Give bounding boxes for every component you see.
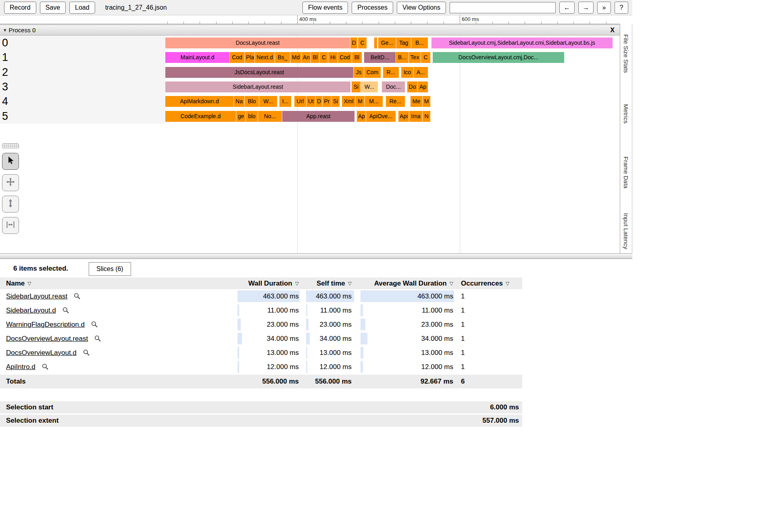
save-button[interactable]: Save [40, 2, 66, 14]
column-header-average-wall-duration[interactable]: Average Wall Duration▽ [355, 277, 455, 289]
timeline-slice[interactable]: Ima [409, 111, 423, 122]
timeline-slice[interactable]: DocsLayout.reast [165, 38, 350, 48]
timeline-slice[interactable]: C [358, 38, 367, 48]
timeline-slice[interactable]: Ut [306, 96, 316, 107]
timeline-slice[interactable]: C [320, 52, 328, 63]
timeline-slice[interactable]: Tag [396, 38, 411, 48]
timeline-slice[interactable]: Bs_ [275, 52, 290, 63]
vertical-zoom-tool-button[interactable] [2, 196, 19, 213]
slice-name-link[interactable]: ApiIntro.d [6, 363, 35, 371]
magnifier-icon[interactable] [94, 335, 101, 342]
timeline-slice[interactable]: blo [246, 111, 258, 122]
timeline-slice[interactable]: W... [259, 96, 277, 107]
timeline-slice[interactable]: Me [411, 96, 423, 107]
timeline-slice[interactable]: MainLayout.d [165, 52, 230, 63]
view-options-button[interactable]: View Options [397, 2, 446, 14]
record-button[interactable]: Record [4, 2, 36, 14]
selection-tool-button[interactable] [2, 153, 19, 170]
timeline-slice[interactable]: C [421, 52, 431, 63]
timeline-slice[interactable]: ge [236, 111, 246, 122]
timeline-slice[interactable]: B... [396, 52, 409, 63]
timeline-slice[interactable]: Xml [342, 96, 356, 107]
timeline-slice[interactable]: SidebarLayout.cmj,SidebarLayout.cmi,Side… [431, 38, 613, 48]
tab-slices[interactable]: Slices (6) [89, 262, 131, 276]
magnifier-icon[interactable] [74, 293, 81, 300]
timeline-slice[interactable]: M [423, 96, 431, 107]
slice-name-link[interactable]: SidebarLayout.reast [6, 292, 67, 300]
timeline-slice[interactable]: Pr [323, 96, 331, 107]
collapse-arrow-icon[interactable]: ▾ [4, 27, 6, 33]
collapse-toolbar-button[interactable]: » [597, 2, 611, 14]
timeline-slice[interactable]: Ap [418, 81, 428, 92]
slice-name-link[interactable]: WarningFlagDescription.d [6, 321, 85, 329]
timing-tool-button[interactable] [2, 217, 19, 234]
timeline-slice[interactable]: Url [294, 96, 306, 107]
timeline-slice[interactable]: Ge... [378, 38, 396, 48]
load-button[interactable]: Load [69, 2, 95, 14]
timeline-slice[interactable]: Blo [245, 96, 259, 107]
find-next-button[interactable]: → [578, 2, 594, 14]
slice-name-link[interactable]: DocsOverviewLayout.reast [6, 335, 88, 343]
timeline-slice[interactable]: Cod [338, 52, 352, 63]
magnifier-icon[interactable] [42, 363, 49, 370]
timeline-slice[interactable]: Js [354, 67, 364, 78]
timeline-slice[interactable]: ApiOve... [366, 111, 396, 122]
timeline-slice[interactable]: Pla [245, 52, 255, 63]
process-header[interactable]: ▾ Process 0 X [0, 25, 620, 35]
timeline-slice[interactable]: Ap [357, 111, 366, 122]
timeline-slice[interactable]: BeltD... [364, 52, 396, 63]
timeline-slice[interactable]: Si [352, 81, 361, 92]
timeline-slice[interactable]: R... [383, 67, 399, 78]
timeline-slice[interactable]: B... [411, 38, 428, 48]
timeline-slice[interactable]: I... [279, 96, 292, 107]
side-tab-input-latency[interactable]: Input Latency [623, 213, 629, 249]
timeline-slice[interactable]: Re... [386, 96, 405, 107]
timeline-slice[interactable]: Next.d [255, 52, 275, 63]
find-previous-button[interactable]: ← [559, 2, 575, 14]
search-input[interactable] [450, 2, 556, 13]
column-header-wall-duration[interactable]: Wall Duration▽ [232, 277, 300, 289]
side-tab-frame-data[interactable]: Frame Data [623, 156, 629, 188]
timeline-slice[interactable]: Si [331, 96, 340, 107]
magnifier-icon[interactable] [91, 321, 98, 328]
timeline-slice[interactable] [374, 38, 377, 48]
timeline-slice[interactable]: An [302, 52, 311, 63]
timeline-slice[interactable]: Na [234, 96, 245, 107]
slice-name-link[interactable]: SidebarLayout.d [6, 307, 56, 315]
side-tab-file-size-stats[interactable]: File Size Stats [623, 34, 629, 73]
column-header-self-time[interactable]: Self time▽ [300, 277, 355, 289]
timeline-slice[interactable]: M... [365, 96, 383, 107]
timeline-slice[interactable]: Bl [311, 52, 320, 63]
close-process-button[interactable]: X [609, 27, 616, 34]
timeline-slice[interactable]: D [316, 96, 323, 107]
magnifier-icon[interactable] [63, 307, 69, 314]
timeline-slice[interactable]: Tex [409, 52, 421, 63]
column-header-occurrences[interactable]: Occurrences▽ [455, 277, 522, 289]
timeline-slice[interactable]: Com [364, 67, 381, 78]
timeline-slice[interactable]: M [356, 96, 365, 107]
timeline-slice[interactable]: CodeExample.d [165, 111, 236, 122]
timeline-slice[interactable]: JsDocsLayout.reast [165, 67, 354, 78]
pan-tool-button[interactable] [2, 174, 19, 191]
timeline-slice[interactable]: Hi [328, 52, 338, 63]
timeline-slice[interactable]: Md [290, 52, 302, 63]
timeline-slice[interactable]: Doc... [382, 81, 405, 92]
palette-grip-handle[interactable] [2, 143, 19, 148]
timeline-slice[interactable]: N [423, 111, 431, 122]
timeline-slice[interactable]: A... [414, 67, 428, 78]
timeline-slice[interactable]: SidebarLayout.reast [165, 81, 351, 92]
timeline-slice[interactable]: ApiMarkdown.d [165, 96, 234, 107]
timeline-slice[interactable]: D [350, 38, 358, 48]
timeline-slice[interactable]: Ico [401, 67, 414, 78]
column-header-name[interactable]: Name▽ [0, 277, 232, 289]
panel-splitter[interactable] [0, 253, 632, 259]
timeline-slice[interactable]: Api [398, 111, 409, 122]
timeline-slice[interactable]: W... [361, 81, 378, 92]
slice-name-link[interactable]: DocsOverviewLayout.d [6, 349, 77, 357]
timeline-slice[interactable]: App.reast [282, 111, 355, 122]
timeline-slice[interactable]: Do [407, 81, 418, 92]
processes-button[interactable]: Processes [352, 2, 393, 14]
timeline-slice[interactable]: No... [258, 111, 282, 122]
magnifier-icon[interactable] [83, 349, 90, 356]
timeline-slice[interactable]: Bl [352, 52, 362, 63]
